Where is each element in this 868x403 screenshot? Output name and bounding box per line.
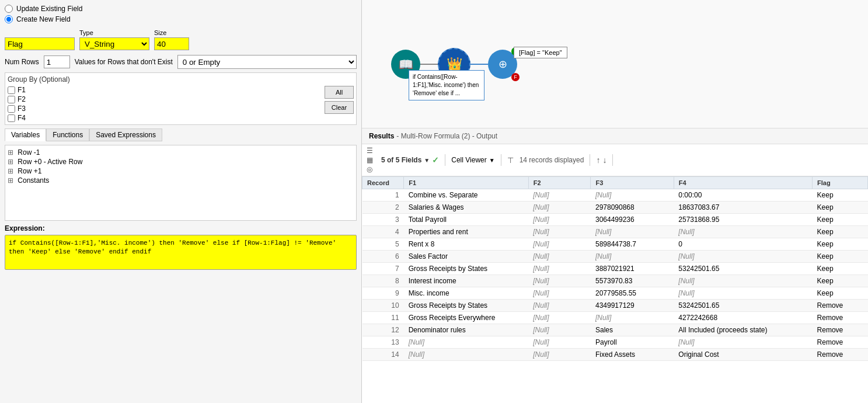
tab-variables[interactable]: Variables <box>5 128 46 141</box>
workflow-tooltip-1: if Contains([Row-1:F1],'Misc. income') t… <box>409 70 484 100</box>
right-panel: 📖 👑 ⊕ T F if Contains([Row-1:F1],'Misc. … <box>362 0 868 403</box>
table-row: 11Gross Receipts Everywhere[Null][Null]4… <box>362 312 868 324</box>
group-by-buttons: All Clear <box>325 86 354 122</box>
clear-button[interactable]: Clear <box>325 101 354 114</box>
list-icon[interactable]: ☰ <box>367 147 373 155</box>
table-row: 14[Null][Null]Fixed AssetsOriginal CostR… <box>362 349 868 361</box>
table-cell: Properties and rent <box>404 226 529 238</box>
expression-section: Expression: if Contains([Row-1:F1],'Misc… <box>5 224 357 270</box>
cell-viewer-button[interactable]: Cell Viewer ▼ <box>451 156 494 164</box>
expression-box[interactable]: if Contains([Row-1:F1],'Misc. income') t… <box>5 235 357 270</box>
group-by-f4[interactable]: F4 <box>8 114 321 122</box>
tree-item-label-row-active: Row +0 - Active Row <box>18 158 82 166</box>
table-cell: [Null] <box>528 324 591 336</box>
results-table-container: Record F1 F2 F3 F4 Flag 1Combine vs. Sep… <box>362 176 868 403</box>
table-cell: Gross Receipts by States <box>404 263 529 275</box>
table-cell-record: 10 <box>362 300 404 312</box>
tab-saved-expressions[interactable]: Saved Expressions <box>89 128 162 141</box>
grid-icon[interactable]: ▦ <box>367 156 373 164</box>
table-cell: Combine vs. Separate <box>404 189 529 202</box>
nav-up-button[interactable]: ↑ <box>596 155 600 165</box>
table-cell: Fixed Assets <box>591 349 674 361</box>
table-cell-record: 8 <box>362 275 404 287</box>
divider-2 <box>501 154 501 166</box>
tooltip2-text: [Flag] = "Keep" <box>519 49 562 56</box>
results-title: Results <box>369 132 394 140</box>
empty-values-label: Values for Rows that don't Exist <box>75 58 173 66</box>
table-cell: Denominator rules <box>404 324 529 336</box>
workflow-tooltip-2: [Flag] = "Keep" <box>514 47 567 58</box>
type-group: Type V_String String Int32 Double <box>79 29 149 50</box>
num-rows-label: Num Rows <box>5 58 39 66</box>
table-cell-record: 7 <box>362 263 404 275</box>
fields-button[interactable]: 5 of 5 Fields ▼ ✓ <box>381 155 439 165</box>
table-cell: [Null] <box>404 349 529 361</box>
col-header-f2: F2 <box>528 177 591 189</box>
table-cell: Keep <box>813 251 868 263</box>
tree-item-label-row-plus1: Row +1 <box>18 167 41 175</box>
nav-arrows: ↑ ↓ <box>596 155 606 165</box>
table-cell: Gross Receipts Everywhere <box>404 312 529 324</box>
table-cell: 53242501.65 <box>674 300 812 312</box>
table-row: 5Rent x 8[Null]589844738.70Keep <box>362 238 868 251</box>
expand-icon-row-active: ⊞ <box>8 158 13 166</box>
table-cell: Keep <box>813 238 868 251</box>
num-rows-input[interactable] <box>44 55 70 68</box>
table-row: 9Misc. income[Null]20779585.55[Null]Keep <box>362 287 868 300</box>
table-cell: [Null] <box>674 336 812 349</box>
crown-icon: 👑 <box>447 57 462 72</box>
table-cell: Remove <box>813 336 868 349</box>
group-by-f1[interactable]: F1 <box>8 86 321 94</box>
create-field-label: Create New Field <box>16 15 71 23</box>
tab-functions[interactable]: Functions <box>46 128 89 141</box>
num-rows-section: Num Rows Values for Rows that don't Exis… <box>5 55 357 69</box>
size-input[interactable] <box>154 37 189 50</box>
size-group: Size <box>154 29 189 50</box>
table-cell-record: 6 <box>362 251 404 263</box>
results-table: Record F1 F2 F3 F4 Flag 1Combine vs. Sep… <box>362 176 868 361</box>
empty-values-select[interactable]: 0 or Empty Null Previous Row <box>177 55 357 69</box>
table-row: 6Sales Factor[Null][Null][Null]Keep <box>362 251 868 263</box>
tree-item-row-minus1[interactable]: ⊞ Row -1 <box>8 148 354 157</box>
table-cell: Keep <box>813 202 868 214</box>
type-select[interactable]: V_String String Int32 Double <box>79 37 149 50</box>
group-by-f2[interactable]: F2 <box>8 95 321 103</box>
expression-label: Expression: <box>5 224 357 232</box>
divider-4 <box>612 154 613 166</box>
col-header-f1: F1 <box>404 177 529 189</box>
table-cell: Interest income <box>404 275 529 287</box>
circle-icon[interactable]: ◎ <box>367 165 373 173</box>
nav-down-button[interactable]: ↓ <box>602 155 606 165</box>
tree-item-row-plus1[interactable]: ⊞ Row +1 <box>8 166 354 176</box>
tree-item-constants[interactable]: ⊞ Constants <box>8 176 354 185</box>
group-by-f3[interactable]: F3 <box>8 105 321 113</box>
create-field-radio[interactable] <box>5 15 13 23</box>
update-field-radio[interactable] <box>5 5 13 13</box>
update-field-label: Update Existing Field <box>16 5 82 13</box>
node-formula[interactable]: ⊕ T F <box>488 50 517 79</box>
table-cell: [Null] <box>674 251 812 263</box>
field-config-section: Type V_String String Int32 Double Size <box>5 29 357 50</box>
table-cell: [Null] <box>528 189 591 202</box>
tooltip1-text: if Contains([Row-1:F1],'Misc. income') t… <box>413 74 479 96</box>
check-icon: ✓ <box>432 155 439 165</box>
create-field-row: Create New Field <box>5 15 357 23</box>
table-cell-record: 9 <box>362 287 404 300</box>
field-name-input[interactable] <box>5 37 75 50</box>
table-cell: Keep <box>813 214 868 226</box>
table-row: 7Gross Receipts by States[Null]388702192… <box>362 263 868 275</box>
table-cell: Remove <box>813 349 868 361</box>
table-row: 3Total Payroll[Null]306449923625731868.9… <box>362 214 868 226</box>
table-cell: [Null] <box>528 300 591 312</box>
table-cell: [Null] <box>528 251 591 263</box>
table-cell-record: 1 <box>362 189 404 202</box>
table-cell: 2978090868 <box>591 202 674 214</box>
table-cell: 5573970.83 <box>591 275 674 287</box>
filter-icon[interactable]: ⊤ <box>507 156 514 165</box>
col-header-flag: Flag <box>813 177 868 189</box>
tree-item-row-active[interactable]: ⊞ Row +0 - Active Row <box>8 157 354 166</box>
all-button[interactable]: All <box>325 86 354 99</box>
table-row: 13[Null][Null]Payroll[Null]Remove <box>362 336 868 349</box>
col-header-f4: F4 <box>674 177 812 189</box>
connector-1 <box>420 64 438 65</box>
